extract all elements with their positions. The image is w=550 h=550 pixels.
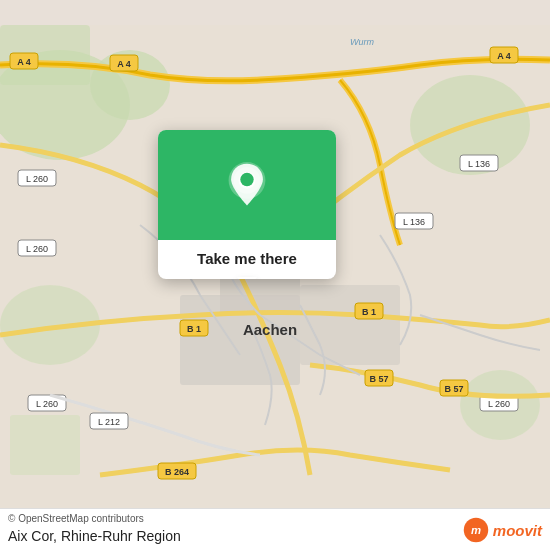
svg-rect-10 [300, 285, 400, 365]
svg-text:L 260: L 260 [26, 244, 48, 254]
svg-text:L 260: L 260 [36, 399, 58, 409]
svg-text:A 4: A 4 [497, 51, 511, 61]
svg-rect-7 [10, 415, 80, 475]
moovit-logo-icon: m [462, 516, 490, 544]
popup-card: Take me there [158, 130, 336, 279]
bottom-bar: © OpenStreetMap contributors Aix Cor, Rh… [0, 508, 550, 550]
svg-text:m: m [471, 524, 481, 536]
svg-text:B 264: B 264 [165, 467, 189, 477]
svg-text:L 136: L 136 [468, 159, 490, 169]
map-container: A 4 A 4 A 4 L 136 L 136 L 260 L 260 L 26… [0, 0, 550, 550]
svg-text:Wurm: Wurm [350, 37, 374, 47]
moovit-logo: m moovit [462, 516, 542, 544]
moovit-text: moovit [493, 522, 542, 539]
svg-text:L 260: L 260 [488, 399, 510, 409]
svg-text:B 57: B 57 [369, 374, 388, 384]
svg-text:L 260: L 260 [26, 174, 48, 184]
svg-text:B 57: B 57 [444, 384, 463, 394]
svg-text:L 136: L 136 [403, 217, 425, 227]
location-pin-icon [224, 162, 270, 208]
svg-text:A 4: A 4 [17, 57, 31, 67]
popup-button[interactable]: Take me there [158, 240, 336, 279]
svg-text:B 1: B 1 [362, 307, 376, 317]
popup-green-area [158, 130, 336, 240]
svg-point-46 [240, 173, 253, 186]
svg-text:L 212: L 212 [98, 417, 120, 427]
svg-text:A 4: A 4 [117, 59, 131, 69]
popup-tail [237, 277, 257, 279]
svg-text:B 1: B 1 [187, 324, 201, 334]
svg-text:Aachen: Aachen [243, 321, 297, 338]
